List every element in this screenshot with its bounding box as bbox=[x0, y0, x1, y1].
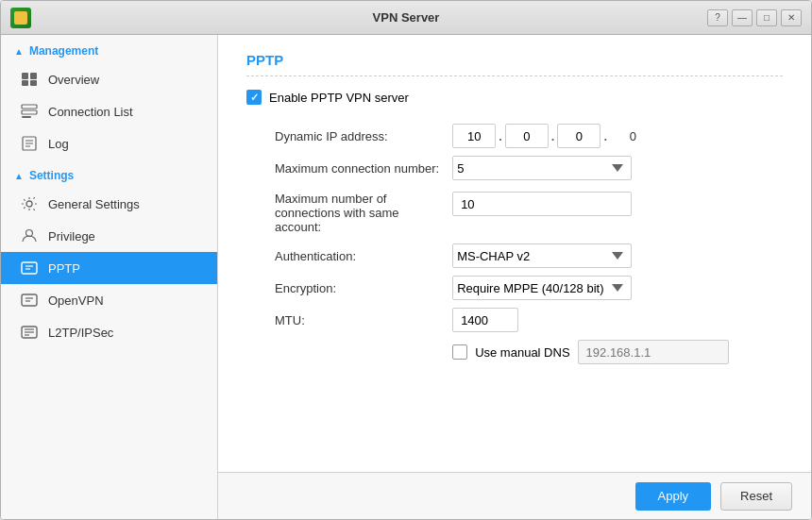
sidebar-item-pptp[interactable]: PPTP bbox=[1, 252, 217, 284]
sidebar-item-general-settings[interactable]: General Settings bbox=[1, 188, 217, 220]
content-inner: PPTP Enable PPTP VPN server Dynamic IP a… bbox=[218, 35, 811, 472]
user-icon bbox=[20, 228, 39, 243]
auth-label: Authentication: bbox=[246, 240, 452, 272]
sidebar-section-settings[interactable]: ▲ Settings bbox=[1, 159, 217, 188]
log-icon bbox=[20, 136, 39, 151]
max-same-control bbox=[452, 184, 783, 240]
section-title: PPTP bbox=[246, 52, 783, 76]
maximize-button[interactable]: □ bbox=[756, 9, 777, 26]
max-connection-label: Maximum connection number: bbox=[246, 152, 452, 184]
max-same-label: Maximum number of connections with same … bbox=[246, 184, 452, 240]
dns-input[interactable] bbox=[578, 340, 729, 364]
ip-dot-3: . bbox=[603, 129, 607, 143]
max-connection-select[interactable]: 1234 5678 910 bbox=[452, 156, 632, 180]
enable-pptp-label: Enable PPTP VPN server bbox=[269, 91, 409, 105]
overview-label: Overview bbox=[48, 73, 99, 87]
encryption-control: No MPPE Require MPPE (40/128 bit) Requir… bbox=[452, 272, 783, 304]
openvpn-icon bbox=[20, 293, 39, 308]
app-icon-inner bbox=[14, 11, 27, 25]
main-layout: ▲ Management Overview bbox=[1, 35, 811, 519]
titlebar: VPN Server ? — □ ✕ bbox=[1, 1, 811, 35]
max-same-row: Maximum number of connections with same … bbox=[246, 184, 783, 240]
connection-list-label: Connection List bbox=[48, 105, 133, 119]
ip-field-3[interactable] bbox=[557, 124, 601, 148]
sidebar-item-connection-list[interactable]: Connection List bbox=[1, 95, 217, 127]
encryption-select[interactable]: No MPPE Require MPPE (40/128 bit) Requir… bbox=[452, 276, 632, 300]
encryption-label: Encryption: bbox=[246, 272, 452, 304]
svg-rect-2 bbox=[22, 80, 28, 86]
gear-icon bbox=[20, 196, 39, 211]
help-button[interactable]: ? bbox=[707, 9, 728, 26]
auth-control: PAPCHAPMS-CHAP MS-CHAP v2 bbox=[452, 240, 783, 272]
management-chevron-icon: ▲ bbox=[14, 46, 24, 57]
ip-field-1[interactable] bbox=[452, 124, 496, 148]
sidebar-item-l2tp[interactable]: L2TP/IPSec bbox=[1, 316, 217, 348]
sidebar-item-openvpn[interactable]: OpenVPN bbox=[1, 284, 217, 316]
dns-checkbox[interactable] bbox=[452, 344, 467, 360]
sidebar-item-privilege[interactable]: Privilege bbox=[1, 220, 217, 252]
encryption-row: Encryption: No MPPE Require MPPE (40/128… bbox=[246, 272, 783, 304]
footer: Apply Reset bbox=[218, 472, 811, 519]
app-icon bbox=[10, 8, 31, 28]
svg-rect-0 bbox=[22, 73, 28, 79]
sidebar-item-overview[interactable]: Overview bbox=[1, 63, 217, 95]
svg-rect-5 bbox=[22, 110, 37, 114]
max-same-label-1: Maximum number of bbox=[275, 192, 386, 206]
settings-chevron-icon: ▲ bbox=[14, 171, 24, 181]
settings-form: Dynamic IP address: . . . 0 bbox=[246, 120, 783, 368]
log-label: Log bbox=[48, 137, 69, 151]
dns-group: Use manual DNS bbox=[452, 340, 783, 364]
auth-select[interactable]: PAPCHAPMS-CHAP MS-CHAP v2 bbox=[452, 243, 632, 268]
dynamic-ip-label: Dynamic IP address: bbox=[246, 120, 452, 152]
svg-rect-16 bbox=[22, 294, 37, 306]
list-icon bbox=[20, 104, 39, 119]
sidebar-item-log[interactable]: Log bbox=[1, 127, 217, 159]
l2tp-label: L2TP/IPSec bbox=[48, 326, 113, 340]
content-area: PPTP Enable PPTP VPN server Dynamic IP a… bbox=[218, 35, 811, 519]
dns-control: Use manual DNS bbox=[452, 336, 783, 368]
mtu-input[interactable] bbox=[452, 308, 518, 332]
ip-field-4: 0 bbox=[610, 129, 638, 143]
dns-spacer bbox=[246, 336, 452, 368]
openvpn-label: OpenVPN bbox=[48, 294, 104, 308]
max-connection-control: 1234 5678 910 bbox=[452, 152, 783, 184]
svg-rect-1 bbox=[30, 73, 37, 79]
max-same-label-2: connections with same account: bbox=[275, 206, 399, 234]
dynamic-ip-row: Dynamic IP address: . . . 0 bbox=[246, 120, 783, 152]
reset-button[interactable]: Reset bbox=[720, 482, 792, 511]
auth-row: Authentication: PAPCHAPMS-CHAP MS-CHAP v… bbox=[246, 240, 783, 272]
mtu-control bbox=[452, 304, 783, 336]
max-connection-row: Maximum connection number: 1234 5678 910 bbox=[246, 152, 783, 184]
svg-rect-4 bbox=[22, 105, 37, 109]
ip-group: . . . 0 bbox=[452, 124, 783, 148]
settings-label: Settings bbox=[29, 169, 74, 182]
svg-rect-13 bbox=[22, 262, 37, 274]
minimize-button[interactable]: — bbox=[732, 9, 753, 26]
vpn-server-window: VPN Server ? — □ ✕ ▲ Management bbox=[0, 0, 812, 520]
dns-row: Use manual DNS bbox=[246, 336, 783, 368]
management-label: Management bbox=[29, 44, 98, 58]
mtu-label: MTU: bbox=[246, 304, 452, 336]
svg-rect-3 bbox=[30, 80, 37, 86]
apply-button[interactable]: Apply bbox=[635, 482, 712, 511]
l2tp-icon bbox=[20, 325, 39, 340]
enable-row: Enable PPTP VPN server bbox=[246, 90, 783, 105]
sidebar: ▲ Management Overview bbox=[1, 35, 218, 519]
svg-point-11 bbox=[26, 201, 32, 207]
max-same-input[interactable] bbox=[452, 192, 632, 216]
sidebar-section-management[interactable]: ▲ Management bbox=[1, 35, 217, 63]
dns-label: Use manual DNS bbox=[475, 345, 569, 360]
close-button[interactable]: ✕ bbox=[781, 9, 802, 26]
ip-dot-1: . bbox=[499, 129, 502, 143]
enable-pptp-checkbox[interactable] bbox=[246, 90, 262, 105]
window-title: VPN Server bbox=[373, 10, 440, 25]
window-controls: ? — □ ✕ bbox=[707, 9, 802, 26]
svg-rect-6 bbox=[22, 116, 31, 118]
overview-icon bbox=[20, 72, 39, 87]
pptp-icon bbox=[20, 260, 39, 276]
titlebar-left bbox=[10, 8, 31, 28]
mtu-row: MTU: bbox=[246, 304, 783, 336]
ip-field-2[interactable] bbox=[505, 124, 549, 148]
general-settings-label: General Settings bbox=[48, 197, 140, 211]
dynamic-ip-control: . . . 0 bbox=[452, 120, 783, 152]
